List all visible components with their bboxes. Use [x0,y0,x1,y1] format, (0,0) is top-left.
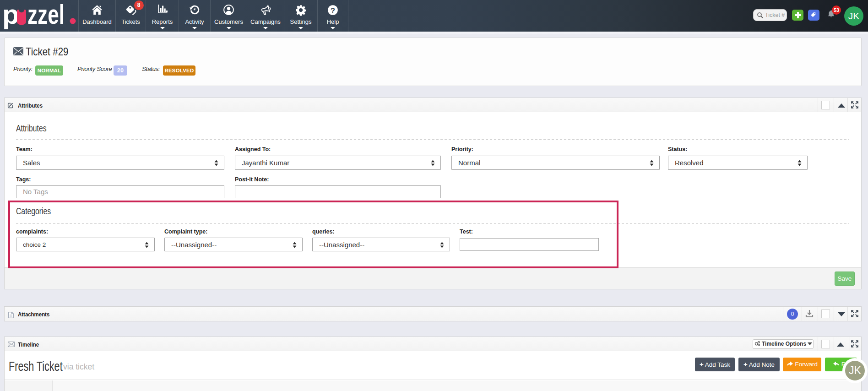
svg-text:?: ? [331,6,335,15]
svg-text:p: p [4,3,19,29]
svg-text:zzel: zzel [27,3,65,29]
